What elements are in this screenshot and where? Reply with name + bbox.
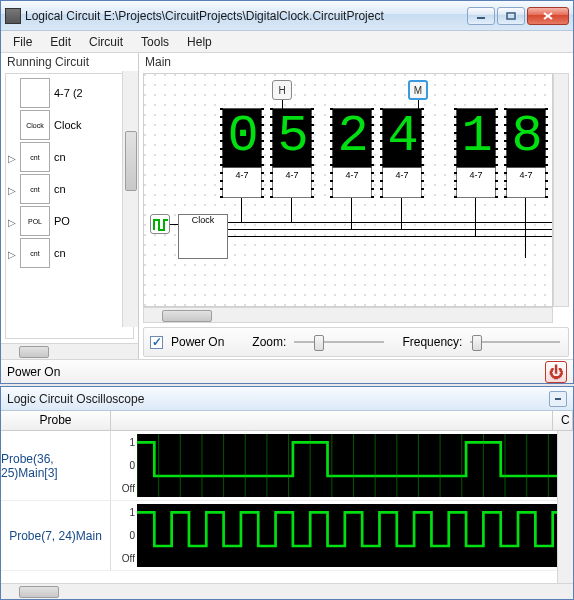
osc-title: Logic Circuit Oscilloscope [7, 392, 144, 406]
maximize-button[interactable] [497, 7, 525, 25]
menu-circuit[interactable]: Circuit [81, 33, 131, 51]
wire [241, 198, 242, 222]
seg-digit: 0 [222, 108, 262, 168]
seg-display-4[interactable]: 1 4-7 [456, 108, 496, 198]
frequency-slider[interactable] [470, 333, 560, 351]
circuit-tree[interactable]: 4-7 (2 Clock Clock ▷ cnt cn ▷ cnt [5, 73, 134, 339]
expander-icon[interactable]: ▷ [8, 249, 16, 257]
chip-icon: cnt [20, 238, 50, 268]
seg-chip-label: 4-7 [382, 168, 422, 198]
menu-edit[interactable]: Edit [42, 33, 79, 51]
power-button[interactable]: ⏻ [545, 361, 567, 383]
controls-bar: ✓ Power On Zoom: Frequency: [143, 327, 569, 357]
seg-display-2[interactable]: 2 4-7 [332, 108, 372, 198]
expander-icon[interactable]: ▷ [8, 153, 16, 161]
expander-icon[interactable]: ▷ [8, 185, 16, 193]
h-node[interactable]: H [272, 80, 292, 100]
h-node-label: H [278, 85, 285, 96]
zoom-label: Zoom: [252, 335, 286, 349]
osc-close-button[interactable] [549, 391, 567, 407]
osc-titlebar[interactable]: Logic Circuit Oscilloscope [1, 387, 573, 411]
osc-horizontal-scrollbar[interactable] [1, 583, 573, 599]
tree-item[interactable]: ▷ cnt cn [8, 238, 131, 268]
canvas-vertical-scrollbar[interactable] [553, 73, 569, 307]
seg-display-5[interactable]: 8 4-7 [506, 108, 546, 198]
menu-tools[interactable]: Tools [133, 33, 177, 51]
tree-item-label: cn [54, 247, 66, 259]
tree-item[interactable]: ▷ cnt cn [8, 142, 131, 172]
osc-scale-0: 0 [129, 460, 135, 471]
waveform-icon [137, 434, 570, 497]
seg-display-3[interactable]: 4 4-7 [382, 108, 422, 198]
wire [525, 198, 526, 258]
osc-scale-1: 1 [129, 437, 135, 448]
seg-digit: 8 [506, 108, 546, 168]
osc-scale-0: 0 [129, 530, 135, 541]
tree-item-label: 4-7 (2 [54, 87, 83, 99]
minimize-button[interactable] [467, 7, 495, 25]
chip-icon: POL [20, 206, 50, 236]
close-button[interactable] [527, 7, 569, 25]
osc-probe-label[interactable]: Probe(7, 24)Main [1, 501, 111, 570]
osc-scale-1: 1 [129, 507, 135, 518]
seg-digit: 1 [456, 108, 496, 168]
osc-row: Probe(36, 25)Main[3] 1 0 Off [1, 431, 573, 501]
seg-chip-label: 4-7 [272, 168, 312, 198]
titlebar[interactable]: Logical Circuit E:\Projects\CircuitProje… [1, 1, 573, 31]
wire [291, 198, 292, 222]
osc-scale-off: Off [122, 553, 135, 564]
osc-probe-label[interactable]: Probe(36, 25)Main[3] [1, 431, 111, 500]
seg-digit: 4 [382, 108, 422, 168]
expander-icon[interactable] [8, 121, 16, 129]
zoom-slider[interactable] [294, 333, 384, 351]
osc-header-row: Probe C [1, 411, 573, 431]
scrollbar-thumb[interactable] [19, 586, 59, 598]
status-text: Power On [7, 365, 60, 379]
tree-item-label: Clock [54, 119, 82, 131]
expander-icon[interactable] [8, 89, 16, 97]
seg-display-1[interactable]: 5 4-7 [272, 108, 312, 198]
canvas-horizontal-scrollbar[interactable] [143, 307, 553, 323]
chip-icon [20, 78, 50, 108]
osc-wave-1[interactable] [137, 504, 570, 567]
osc-col-probe[interactable]: Probe [1, 411, 111, 430]
tree-item[interactable]: ▷ cnt cn [8, 174, 131, 204]
main-panel: Main H M 0 4-7 5 [139, 53, 573, 359]
svg-rect-1 [507, 13, 515, 19]
clock-chip-label: Clock [192, 215, 215, 225]
chip-icon: Clock [20, 110, 50, 140]
osc-vertical-scrollbar[interactable] [557, 431, 573, 583]
tree-item[interactable]: ▷ POL PO [8, 206, 131, 236]
scrollbar-thumb[interactable] [125, 131, 137, 191]
osc-wave-0[interactable] [137, 434, 570, 497]
sidebar-vertical-scrollbar[interactable] [122, 71, 138, 327]
m-node[interactable]: M [408, 80, 428, 100]
clock-chip[interactable]: Clock [178, 214, 228, 259]
tree-item-label: PO [54, 215, 70, 227]
main-window: Logical Circuit E:\Projects\CircuitProje… [0, 0, 574, 384]
menu-file[interactable]: File [5, 33, 40, 51]
wire [282, 100, 283, 110]
tree-item[interactable]: Clock Clock [8, 110, 131, 140]
wire [418, 100, 419, 110]
expander-icon[interactable]: ▷ [8, 217, 16, 225]
osc-col-right[interactable]: C [553, 411, 573, 430]
window-title: Logical Circuit E:\Projects\CircuitProje… [25, 9, 467, 23]
scrollbar-thumb[interactable] [162, 310, 212, 322]
seg-chip-label: 4-7 [332, 168, 372, 198]
circuit-canvas[interactable]: H M 0 4-7 5 4-7 2 [143, 73, 553, 307]
clock-source-icon[interactable] [150, 214, 170, 234]
slider-thumb[interactable] [472, 335, 482, 351]
m-node-label: M [414, 85, 422, 96]
seg-display-0[interactable]: 0 4-7 [222, 108, 262, 198]
menu-help[interactable]: Help [179, 33, 220, 51]
slider-thumb[interactable] [314, 335, 324, 351]
osc-row: Probe(7, 24)Main 1 0 Off [1, 501, 573, 571]
power-checkbox[interactable]: ✓ [150, 336, 163, 349]
tree-item[interactable]: 4-7 (2 [8, 78, 131, 108]
sidebar-horizontal-scrollbar[interactable] [1, 343, 138, 359]
wire [401, 198, 402, 229]
scrollbar-thumb[interactable] [19, 346, 49, 358]
power-icon: ⏻ [549, 364, 563, 380]
frequency-label: Frequency: [402, 335, 462, 349]
